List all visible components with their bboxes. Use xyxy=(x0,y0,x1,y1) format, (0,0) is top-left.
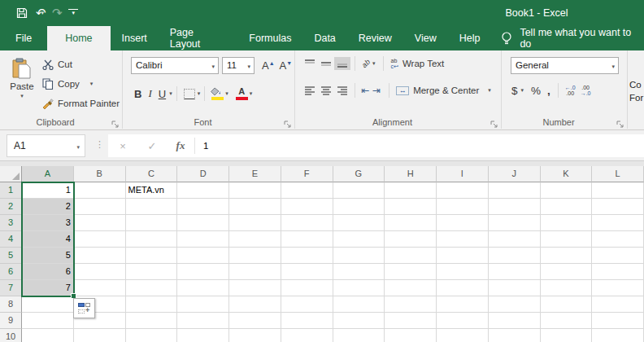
row-header-5[interactable]: 5 xyxy=(0,248,22,264)
tab-page-layout[interactable]: Page Layout xyxy=(159,26,238,50)
tab-help[interactable]: Help xyxy=(448,26,492,50)
insert-function-icon[interactable]: fx xyxy=(167,139,194,152)
cell-K1[interactable] xyxy=(541,182,593,199)
cell-J2[interactable] xyxy=(489,199,541,215)
cell-H10[interactable] xyxy=(385,329,437,342)
cell-B3[interactable] xyxy=(74,215,126,231)
cell-I5[interactable] xyxy=(437,248,489,264)
percent-style-button[interactable]: % xyxy=(528,85,544,97)
row-header-3[interactable]: 3 xyxy=(0,215,22,231)
cell-I6[interactable] xyxy=(437,264,489,280)
cell-H4[interactable] xyxy=(385,231,437,248)
cell-B4[interactable] xyxy=(74,231,126,248)
row-header-8[interactable]: 8 xyxy=(0,296,22,313)
cell-E2[interactable] xyxy=(229,199,281,215)
borders-dropdown-icon[interactable]: ▾ xyxy=(198,90,201,97)
cell-I8[interactable] xyxy=(437,296,489,313)
cell-H5[interactable] xyxy=(385,248,437,264)
format-as-table-cropped-label[interactable]: For xyxy=(629,93,643,103)
cell-L5[interactable] xyxy=(592,248,644,264)
tell-me-box[interactable]: Tell me what you want to do xyxy=(491,26,644,50)
column-header-K[interactable]: K xyxy=(541,166,593,182)
cell-F5[interactable] xyxy=(281,248,333,264)
format-painter-button[interactable]: Format Painter xyxy=(42,95,120,112)
cancel-icon[interactable]: × xyxy=(108,140,137,152)
cell-K9[interactable] xyxy=(541,313,593,329)
cell-C10[interactable] xyxy=(126,329,178,342)
row-header-4[interactable]: 4 xyxy=(0,231,22,248)
font-color-dropdown-icon[interactable]: ▾ xyxy=(250,90,253,97)
cell-K4[interactable] xyxy=(541,231,593,248)
accounting-dropdown-icon[interactable]: ▾ xyxy=(521,87,524,94)
orientation-dropdown-icon[interactable]: ▾ xyxy=(372,60,376,67)
cell-G1[interactable] xyxy=(333,182,385,199)
cell-K7[interactable] xyxy=(541,280,593,296)
cell-E10[interactable] xyxy=(229,329,281,342)
cell-J6[interactable] xyxy=(489,264,541,280)
cell-E1[interactable] xyxy=(229,182,281,199)
cell-C8[interactable] xyxy=(126,296,178,313)
cell-J10[interactable] xyxy=(489,329,541,342)
column-header-C[interactable]: C xyxy=(126,166,178,182)
align-left-button[interactable] xyxy=(302,84,318,97)
cell-D9[interactable] xyxy=(177,313,229,329)
cell-F8[interactable] xyxy=(281,296,333,313)
tab-view[interactable]: View xyxy=(403,26,448,50)
cell-B10[interactable] xyxy=(74,329,126,342)
paste-dropdown-icon[interactable]: ▾ xyxy=(20,93,24,99)
italic-button[interactable]: I xyxy=(145,87,154,100)
cell-F9[interactable] xyxy=(281,313,333,329)
cell-K2[interactable] xyxy=(541,199,593,215)
cell-A1[interactable]: 1 xyxy=(22,182,74,199)
undo-dropdown-icon[interactable]: ▾ xyxy=(41,10,45,16)
cell-H3[interactable] xyxy=(385,215,437,231)
decrease-font-size-button[interactable]: A▼ xyxy=(280,59,293,72)
row-header-10[interactable]: 10 xyxy=(0,329,22,342)
cell-J3[interactable] xyxy=(489,215,541,231)
cell-B1[interactable] xyxy=(74,182,126,199)
cell-G9[interactable] xyxy=(333,313,385,329)
cell-A10[interactable] xyxy=(22,329,74,342)
cell-L8[interactable] xyxy=(592,296,644,313)
column-header-G[interactable]: G xyxy=(333,166,385,182)
cell-C5[interactable] xyxy=(126,248,178,264)
cell-K8[interactable] xyxy=(541,296,593,313)
cell-F1[interactable] xyxy=(281,182,333,199)
increase-indent-button[interactable]: ⇥ xyxy=(371,85,382,96)
cell-D6[interactable] xyxy=(177,264,229,280)
cell-H1[interactable] xyxy=(385,182,437,199)
cell-H2[interactable] xyxy=(385,199,437,215)
cell-C4[interactable] xyxy=(126,231,178,248)
middle-align-button[interactable] xyxy=(318,57,334,70)
bottom-align-button[interactable] xyxy=(334,57,350,70)
formula-bar-drag-dots-icon[interactable]: ⋮ xyxy=(95,139,104,150)
top-align-button[interactable] xyxy=(302,57,318,70)
merge-center-button[interactable]: ↔ Merge & Center ▾ xyxy=(396,86,491,95)
cell-C1[interactable]: META.vn xyxy=(126,182,178,199)
row-header-7[interactable]: 7 xyxy=(0,280,22,296)
cell-I9[interactable] xyxy=(437,313,489,329)
font-color-button[interactable]: A xyxy=(234,87,250,100)
decrease-indent-button[interactable]: ⇤ xyxy=(359,85,371,96)
copy-dropdown-icon[interactable]: ▾ xyxy=(90,81,94,87)
cell-B5[interactable] xyxy=(74,248,126,264)
cell-E8[interactable] xyxy=(229,296,281,313)
name-box-dropdown-icon[interactable]: ▾ xyxy=(76,144,80,151)
cell-A9[interactable] xyxy=(22,313,74,329)
cell-F7[interactable] xyxy=(281,280,333,296)
cell-E4[interactable] xyxy=(229,231,281,248)
cell-H8[interactable] xyxy=(385,296,437,313)
row-header-1[interactable]: 1 xyxy=(0,182,22,199)
cell-L6[interactable] xyxy=(592,264,644,280)
increase-font-size-button[interactable]: A▲ xyxy=(262,59,275,72)
formula-bar[interactable]: × ✓ fx 1 xyxy=(108,134,644,157)
accounting-format-button[interactable]: $ xyxy=(508,85,521,97)
number-format-combobox[interactable]: General ▾ xyxy=(511,57,619,74)
merge-center-dropdown-icon[interactable]: ▾ xyxy=(488,87,491,94)
select-all-button[interactable] xyxy=(0,166,22,182)
font-name-dropdown-icon[interactable]: ▾ xyxy=(211,64,215,70)
cell-E9[interactable] xyxy=(229,313,281,329)
cell-G10[interactable] xyxy=(333,329,385,342)
column-header-A[interactable]: A xyxy=(22,166,74,182)
cell-D2[interactable] xyxy=(177,199,229,215)
